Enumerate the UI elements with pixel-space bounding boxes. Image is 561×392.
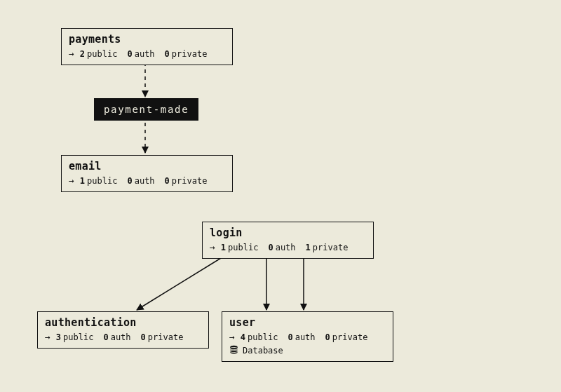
- edge-login-to-authentication: [137, 256, 224, 310]
- node-title: login: [210, 227, 366, 239]
- event-payment-made[interactable]: payment-made: [94, 98, 198, 121]
- node-payments[interactable]: payments → 2public 0auth 0private: [61, 28, 233, 65]
- node-extras: Database: [229, 345, 386, 356]
- arrow-icon: →: [45, 332, 50, 342]
- arrow-icon: →: [210, 242, 215, 252]
- event-label: payment-made: [104, 104, 189, 115]
- node-user[interactable]: user → 4public 0auth 0private Database: [222, 311, 393, 362]
- node-title: email: [69, 160, 225, 173]
- node-stats: → 4public 0auth 0private: [229, 332, 386, 342]
- node-stats: → 1public 0auth 0private: [69, 175, 225, 186]
- node-title: user: [229, 316, 386, 329]
- extra-label: Database: [243, 346, 283, 356]
- arrow-icon: →: [229, 332, 235, 342]
- node-stats: → 1public 0auth 1private: [210, 242, 366, 252]
- node-email[interactable]: email → 1public 0auth 0private: [61, 155, 233, 192]
- database-icon: [229, 345, 238, 356]
- node-login[interactable]: login → 1public 0auth 1private: [202, 222, 374, 259]
- node-title: payments: [69, 33, 225, 46]
- node-authentication[interactable]: authentication → 3public 0auth 0private: [37, 311, 209, 349]
- service-diagram: { "nodes": { "payments": { "title": "pay…: [0, 0, 561, 392]
- node-title: authentication: [45, 316, 201, 329]
- node-stats: → 2public 0auth 0private: [69, 48, 225, 59]
- node-stats: → 3public 0auth 0private: [45, 332, 201, 342]
- arrow-icon: →: [69, 175, 74, 186]
- arrow-icon: →: [69, 48, 74, 59]
